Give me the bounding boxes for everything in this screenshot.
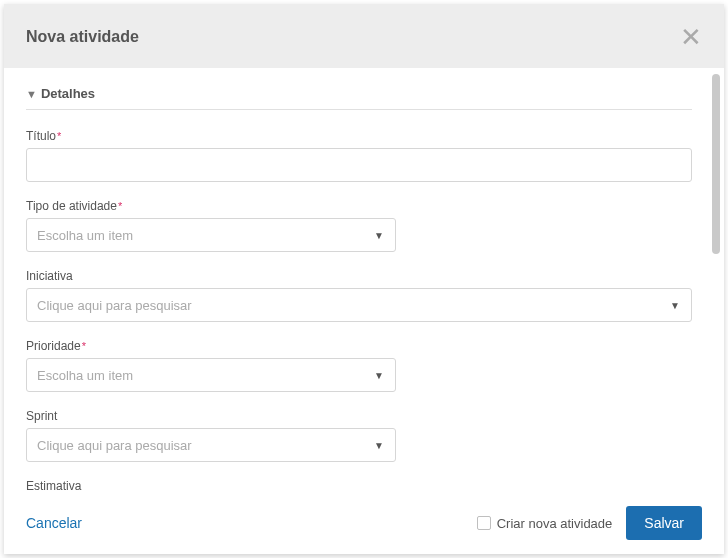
field-iniciativa: Iniciativa Clique aqui para pesquisar ▼ (26, 266, 692, 322)
label-prioridade: Prioridade (26, 339, 81, 353)
select-tipo-atividade[interactable]: Escolha um item ▼ (26, 218, 396, 252)
field-estimativa: Estimativa (26, 476, 692, 492)
select-tipo-placeholder: Escolha um item (26, 218, 396, 252)
close-icon[interactable]: ✕ (680, 24, 702, 50)
modal-body: ▼ Detalhes Título* Tipo de atividade* Es… (4, 68, 724, 492)
save-button[interactable]: Salvar (626, 506, 702, 540)
select-prioridade[interactable]: Escolha um item ▼ (26, 358, 396, 392)
label-tipo: Tipo de atividade (26, 199, 117, 213)
field-sprint: Sprint Clique aqui para pesquisar ▼ (26, 406, 692, 462)
modal-dialog: Nova atividade ✕ ▼ Detalhes Título* Tipo… (4, 4, 724, 554)
section-title: Detalhes (41, 86, 95, 101)
modal-header: Nova atividade ✕ (4, 4, 724, 68)
section-header-detalhes[interactable]: ▼ Detalhes (26, 86, 692, 110)
required-mark: * (82, 340, 86, 352)
select-iniciativa-placeholder: Clique aqui para pesquisar (26, 288, 692, 322)
field-prioridade: Prioridade* Escolha um item ▼ (26, 336, 692, 392)
select-iniciativa[interactable]: Clique aqui para pesquisar ▼ (26, 288, 692, 322)
field-tipo-atividade: Tipo de atividade* Escolha um item ▼ (26, 196, 692, 252)
checkbox-label: Criar nova atividade (497, 516, 613, 531)
footer-right: Criar nova atividade Salvar (477, 506, 702, 540)
label-estimativa: Estimativa (26, 479, 81, 492)
required-mark: * (118, 200, 122, 212)
select-sprint-placeholder: Clique aqui para pesquisar (26, 428, 396, 462)
checkbox-box[interactable] (477, 516, 491, 530)
label-titulo: Título (26, 129, 56, 143)
input-titulo[interactable] (26, 148, 692, 182)
checkbox-criar-nova[interactable]: Criar nova atividade (477, 516, 613, 531)
label-iniciativa: Iniciativa (26, 269, 73, 283)
chevron-down-icon: ▼ (26, 88, 37, 100)
scrollbar-thumb[interactable] (712, 74, 720, 254)
cancel-button[interactable]: Cancelar (26, 515, 82, 531)
modal-footer: Cancelar Criar nova atividade Salvar (4, 492, 724, 554)
label-sprint: Sprint (26, 409, 57, 423)
required-mark: * (57, 130, 61, 142)
select-sprint[interactable]: Clique aqui para pesquisar ▼ (26, 428, 396, 462)
modal-title: Nova atividade (26, 28, 139, 46)
select-prioridade-placeholder: Escolha um item (26, 358, 396, 392)
field-titulo: Título* (26, 126, 692, 182)
